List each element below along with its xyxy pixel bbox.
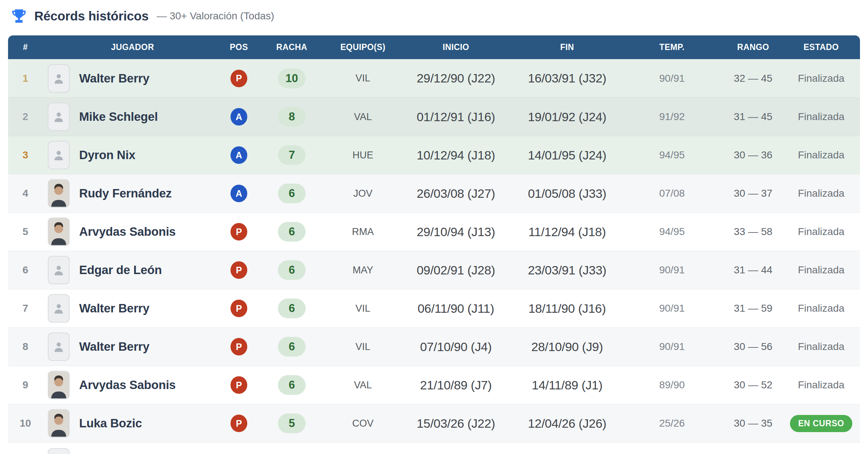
streak-badge: 6	[278, 260, 306, 280]
estado-cell: Finalizada	[782, 149, 860, 161]
status-badge: Finalizada	[798, 149, 845, 161]
racha-cell: 10	[255, 69, 328, 88]
season: 91/92	[620, 111, 724, 123]
table-row[interactable]: 4 Rudy Fernández A 6 JOV	[8, 174, 860, 212]
racha-cell: 6	[255, 375, 328, 395]
player-avatar	[48, 332, 70, 361]
rank-number: 5	[8, 226, 43, 238]
rank-number: 9	[8, 379, 43, 391]
player-avatar	[48, 409, 70, 438]
season: 94/95	[620, 149, 724, 161]
position-badge: A	[230, 146, 247, 164]
table-row[interactable]: 7 Walter Berry P 6 VIL 0	[8, 289, 860, 327]
season: 07/08	[620, 188, 724, 199]
racha-cell: 6	[255, 337, 328, 357]
pos-cell: A	[222, 146, 255, 164]
person-icon	[52, 72, 66, 85]
player-avatar	[48, 218, 70, 246]
page-title: Récords históricos	[34, 9, 148, 23]
pos-cell: P	[222, 223, 255, 241]
page-header: Récords históricos — 30+ Valoración (Tod…	[11, 8, 274, 24]
estado-cell: Finalizada	[782, 379, 860, 391]
col-header-rango: RANGO	[724, 42, 782, 52]
racha-cell: 6	[255, 184, 328, 203]
racha-cell: 6	[255, 260, 328, 280]
team-code: VIL	[328, 303, 398, 314]
end-date: 28/10/90 (J9)	[514, 340, 620, 354]
table-row[interactable]: 10 Luka Bozic P 5 COV 15	[8, 404, 860, 442]
racha-cell: 8	[255, 107, 328, 127]
player-cell: Arvydas Sabonis	[43, 371, 222, 399]
pos-cell: A	[222, 108, 255, 126]
status-badge: Finalizada	[798, 341, 845, 353]
position-badge: P	[230, 415, 247, 432]
end-date: 23/03/91 (J33)	[514, 263, 620, 277]
estado-cell: Finalizada	[782, 303, 860, 314]
estado-cell: Finalizada	[782, 188, 860, 199]
player-name: Walter Berry	[79, 72, 150, 85]
player-avatar	[48, 64, 70, 93]
estado-cell: Finalizada	[782, 264, 860, 276]
pos-cell: P	[222, 376, 255, 394]
estado-cell: Finalizada	[782, 226, 860, 238]
racha-cell: 7	[255, 145, 328, 165]
team-code: VAL	[328, 111, 398, 123]
table-row[interactable]: 6 Edgar de León P 6 MAY	[8, 251, 860, 289]
estado-cell: Finalizada	[782, 111, 860, 123]
end-date: 01/05/08 (J33)	[514, 186, 620, 201]
status-badge: Finalizada	[798, 188, 845, 199]
racha-cell: 6	[255, 299, 328, 318]
table-row[interactable]: 3 Dyron Nix A 7 HUE 10/1	[8, 136, 860, 174]
table-row[interactable]: 5 Arvydas Sabonis P 6 RMA	[8, 212, 860, 251]
team-code: VIL	[328, 73, 398, 84]
trophy-icon	[11, 8, 27, 24]
player-avatar	[48, 371, 70, 399]
end-date: 14/11/89 (J1)	[514, 378, 620, 392]
end-date: 18/11/90 (J16)	[514, 301, 620, 316]
player-name: Dyron Nix	[79, 148, 135, 162]
rank-number: 4	[8, 188, 43, 199]
player-name: Edgar de León	[79, 263, 162, 277]
estado-cell: Finalizada	[782, 341, 860, 353]
season: 90/91	[620, 73, 724, 84]
table-row[interactable]: 8 Walter Berry P 6 VIL 0	[8, 327, 860, 366]
start-date: 26/03/08 (J27)	[398, 186, 514, 201]
position-badge: P	[230, 70, 247, 87]
range: 30 — 37	[724, 188, 782, 199]
table-row[interactable]: 9 Arvydas Sabonis P 6 VAL	[8, 366, 860, 404]
rank-number: 1	[8, 73, 43, 84]
start-date: 15/03/26 (J22)	[398, 416, 514, 431]
person-icon	[52, 263, 66, 277]
pos-cell: P	[222, 300, 255, 317]
table-row[interactable]: 2 Mike Schlegel A 8 VAL	[8, 97, 860, 136]
player-photo	[49, 409, 69, 438]
player-avatar	[48, 294, 70, 323]
table-body: 1 Walter Berry P 10 VIL	[8, 59, 860, 442]
streak-badge: 5	[278, 413, 306, 433]
range: 31 — 59	[724, 303, 782, 314]
player-name: Walter Berry	[79, 340, 150, 354]
team-code: COV	[328, 418, 398, 429]
player-photo	[49, 371, 69, 399]
racha-cell: 6	[255, 222, 328, 242]
person-icon	[52, 110, 66, 124]
position-badge: P	[230, 223, 247, 241]
rank-number: 3	[8, 149, 43, 161]
player-cell: Luka Bozic	[43, 409, 222, 438]
table-row-partial	[8, 442, 860, 454]
end-date: 14/01/95 (J24)	[514, 148, 620, 162]
team-code: VAL	[328, 380, 398, 391]
table-row[interactable]: 1 Walter Berry P 10 VIL	[8, 59, 860, 97]
rank-number: 10	[8, 418, 43, 429]
start-date: 01/12/91 (J16)	[398, 110, 514, 124]
player-cell: Rudy Fernández	[43, 179, 222, 208]
player-name: Arvydas Sabonis	[79, 225, 176, 239]
streak-badge: 7	[278, 145, 306, 165]
player-avatar	[48, 141, 70, 169]
player-name: Luka Bozic	[79, 416, 142, 430]
col-header-estado: ESTADO	[782, 42, 860, 52]
range: 30 — 35	[724, 418, 782, 429]
start-date: 07/10/90 (J4)	[398, 340, 514, 354]
player-cell: Mike Schlegel	[43, 103, 222, 131]
player-cell: Walter Berry	[43, 332, 222, 361]
